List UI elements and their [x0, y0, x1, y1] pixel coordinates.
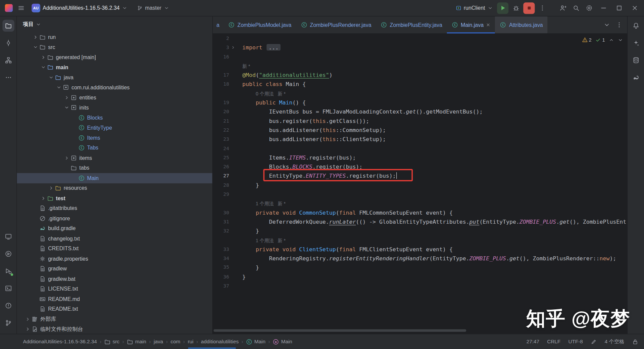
- chevron-collapsed-icon[interactable]: [40, 54, 47, 61]
- tab-a[interactable]: a: [213, 16, 224, 33]
- run-tool-button[interactable]: [2, 248, 14, 260]
- breadcrumb-item[interactable]: mMain: [273, 338, 292, 345]
- chevron-collapsed-icon[interactable]: [24, 326, 31, 333]
- chevron-collapsed-icon[interactable]: [63, 155, 70, 161]
- indent-widget[interactable]: 4 个空格: [605, 338, 625, 345]
- breadcrumb-item[interactable]: java: [154, 339, 163, 344]
- breadcrumb-item[interactable]: src: [104, 338, 119, 345]
- line-number[interactable]: 2: [213, 34, 229, 43]
- fold-expand-icon[interactable]: [229, 43, 237, 52]
- chevron-collapsed-icon[interactable]: [32, 34, 39, 41]
- tab-Attributes.java[interactable]: CAttributes.java: [495, 16, 547, 33]
- debug-button[interactable]: [510, 2, 522, 14]
- chevron-expanded-icon[interactable]: [32, 44, 39, 51]
- line-number[interactable]: 29: [213, 189, 229, 199]
- usage-hint[interactable]: 新 *: [242, 64, 250, 69]
- encoding-widget[interactable]: UTF-8: [568, 339, 583, 344]
- line-number[interactable]: 30: [213, 208, 229, 217]
- breadcrumb-item[interactable]: main: [127, 338, 146, 345]
- structure-tool-button[interactable]: [2, 54, 14, 66]
- line-number[interactable]: 34: [213, 254, 229, 263]
- tree-item-gradle.properties[interactable]: gradle.properties: [17, 254, 212, 264]
- line-number[interactable]: 17: [213, 71, 229, 80]
- tree-item-临时文件和控制台[interactable]: 临时文件和控制台: [17, 324, 212, 334]
- tree-item-tabs[interactable]: tabs: [17, 163, 212, 173]
- tree-item-CREDITS.txt[interactable]: CREDITS.txt: [17, 244, 212, 254]
- line-number[interactable]: 27: [213, 171, 229, 180]
- tree-item-entities[interactable]: entities: [17, 92, 212, 102]
- git-tool-button[interactable]: [2, 317, 14, 329]
- tree-item-main[interactable]: main: [17, 62, 212, 72]
- tree-item-.gitattributes[interactable]: .gitattributes: [17, 203, 212, 213]
- tree-item-Tabs[interactable]: CTabs: [17, 143, 212, 153]
- line-number[interactable]: 25: [213, 153, 229, 162]
- tab-list-dropdown-button[interactable]: [601, 19, 612, 31]
- more-tools-button[interactable]: [2, 72, 14, 83]
- search-everywhere-button[interactable]: [570, 2, 582, 14]
- tree-item-build.gradle[interactable]: build.gradle: [17, 223, 212, 233]
- chevron-expanded-icon[interactable]: [55, 84, 62, 91]
- line-number[interactable]: 32: [213, 226, 229, 235]
- horizontal-scrollbar[interactable]: [213, 329, 466, 332]
- line-number[interactable]: 24: [213, 144, 229, 153]
- line-number[interactable]: 18: [213, 80, 229, 89]
- more-actions-button[interactable]: [536, 2, 548, 14]
- notifications-button[interactable]: [630, 20, 642, 32]
- breadcrumb-item[interactable]: additionalutilities: [201, 339, 239, 344]
- main-menu-button[interactable]: [15, 2, 27, 14]
- tab-ZombiePlusRenderer.java[interactable]: CZombiePlusRenderer.java: [296, 16, 376, 33]
- tree-item-com.rui.additionalutilities[interactable]: com.rui.additionalutilities: [17, 82, 212, 92]
- tree-item-changelog.txt[interactable]: changelog.txt: [17, 233, 212, 244]
- line-number[interactable]: 23: [213, 135, 229, 144]
- stop-button[interactable]: [523, 2, 535, 14]
- tree-item-EntityType[interactable]: CEntityType: [17, 123, 212, 133]
- breadcrumb-item[interactable]: rui: [188, 339, 194, 344]
- breadcrumb-item[interactable]: AdditionalUtilities-1.16.5-36.2.34: [23, 339, 97, 344]
- tree-item-generated [main][interactable]: generated [main]: [17, 52, 212, 62]
- tab-options-button[interactable]: [613, 19, 625, 31]
- tree-item-run[interactable]: run: [17, 32, 212, 42]
- project-widget[interactable]: AU AdditionalUtilities-1.16.5-36.2.34: [29, 2, 130, 13]
- gradle-tool-button[interactable]: [630, 72, 642, 83]
- usage-hint[interactable]: 1 个用法 新 *: [242, 201, 286, 206]
- chevron-collapsed-icon[interactable]: [63, 94, 70, 101]
- line-number[interactable]: 26: [213, 162, 229, 171]
- line-number[interactable]: 21: [213, 116, 229, 125]
- line-number[interactable]: 33: [213, 245, 229, 254]
- run-configuration-widget[interactable]: runClient: [453, 4, 495, 12]
- tree-item-LICENSE.txt[interactable]: LICENSE.txt: [17, 284, 212, 294]
- settings-button[interactable]: [583, 2, 595, 14]
- tree-item-gradlew[interactable]: gradlew: [17, 264, 212, 274]
- tree-item-.gitignore[interactable]: .gitignore: [17, 213, 212, 223]
- tree-item-Items[interactable]: CItems: [17, 133, 212, 143]
- tree-item-java[interactable]: java: [17, 72, 212, 82]
- tree-item-resources[interactable]: resources: [17, 183, 212, 193]
- tab-ZombiePlusEntity.java[interactable]: CZombiePlusEntity.java: [376, 16, 447, 33]
- minimize-button[interactable]: [596, 2, 610, 14]
- tab-ZombiePlusModel.java[interactable]: CZombiePlusModel.java: [224, 16, 296, 33]
- tree-item-src[interactable]: src: [17, 42, 212, 52]
- vcs-branch-widget[interactable]: master: [135, 4, 172, 12]
- chevron-expanded-icon[interactable]: [40, 64, 47, 71]
- project-tool-button[interactable]: [2, 20, 14, 32]
- tree-item-README.txt[interactable]: README.txt: [17, 304, 212, 314]
- breadcrumb-item[interactable]: CMain: [246, 338, 265, 345]
- prev-problem-button[interactable]: [609, 37, 614, 43]
- tree-item-外部库[interactable]: 外部库: [17, 314, 212, 324]
- tree-item-inits[interactable]: inits: [17, 102, 212, 113]
- run-button[interactable]: [497, 2, 508, 14]
- close-tab-icon[interactable]: [486, 23, 490, 27]
- usage-hint[interactable]: 0 个用法 新 *: [242, 91, 286, 96]
- edit-mode-widget[interactable]: [591, 339, 597, 345]
- cursor-position-widget[interactable]: 27:47: [527, 339, 539, 344]
- tree-item-Blocks[interactable]: CBlocks: [17, 113, 212, 123]
- tree-item-Main[interactable]: CMain: [17, 173, 212, 183]
- line-number[interactable]: 35: [213, 263, 229, 272]
- line-number[interactable]: 31: [213, 217, 229, 226]
- breadcrumb-item[interactable]: com: [170, 339, 180, 344]
- line-number[interactable]: 22: [213, 125, 229, 134]
- line-number[interactable]: 19: [213, 98, 229, 107]
- ai-assistant-button[interactable]: [630, 37, 642, 49]
- chevron-expanded-icon[interactable]: [63, 104, 70, 111]
- code-with-me-button[interactable]: [557, 2, 568, 14]
